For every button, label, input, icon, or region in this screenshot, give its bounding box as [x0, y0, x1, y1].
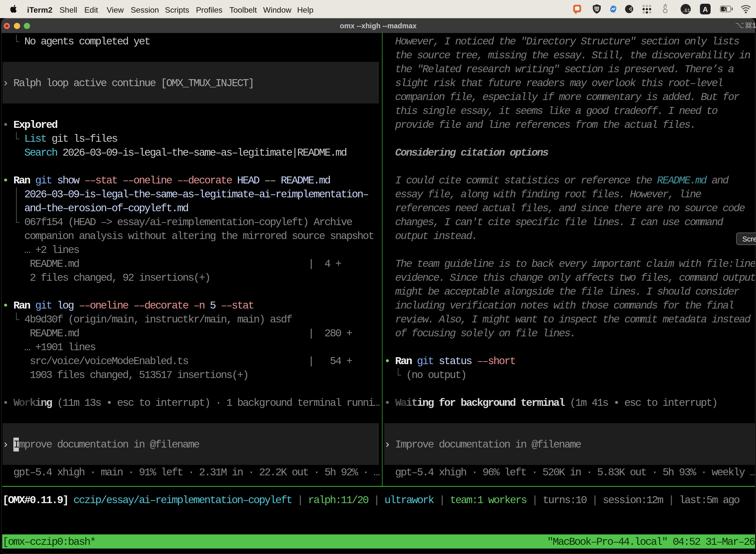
- svg-text:1: 1: [753, 22, 756, 29]
